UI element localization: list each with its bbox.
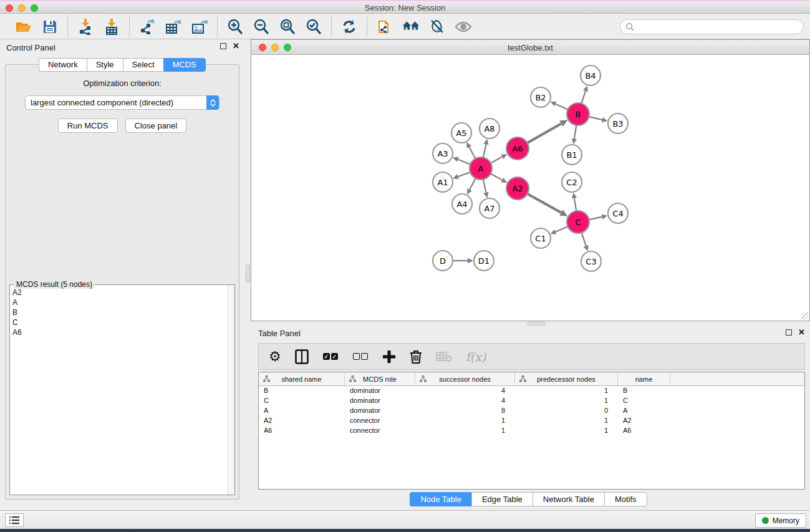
table-cell[interactable]: B bbox=[618, 386, 670, 396]
table-cell[interactable]: dominator bbox=[345, 386, 415, 396]
result-scrollbar[interactable] bbox=[228, 285, 234, 495]
edge-C-C4[interactable] bbox=[589, 217, 602, 220]
edge-A2-C[interactable] bbox=[528, 194, 561, 213]
tab-style[interactable]: Style bbox=[87, 58, 123, 72]
resize-corner-icon[interactable] bbox=[801, 312, 809, 320]
table-cell[interactable]: A2 bbox=[618, 416, 670, 426]
tab-mcds[interactable]: MCDS bbox=[163, 58, 206, 72]
run-mcds-button[interactable]: Run MCDS bbox=[58, 118, 118, 133]
table-cell[interactable]: C bbox=[618, 396, 670, 406]
eye-icon[interactable] bbox=[455, 18, 472, 36]
column-header-shared-name[interactable]: shared name bbox=[259, 372, 345, 385]
save-session-icon[interactable] bbox=[41, 18, 59, 36]
edge-B-B1[interactable] bbox=[574, 125, 576, 139]
tab-motifs[interactable]: Motifs bbox=[604, 492, 647, 506]
table-cell[interactable]: C bbox=[259, 396, 345, 406]
import-network-icon[interactable] bbox=[77, 18, 94, 36]
table-cell[interactable]: 4 bbox=[415, 396, 515, 406]
edge-A-A1[interactable] bbox=[458, 172, 470, 177]
tab-network-table[interactable]: Network Table bbox=[533, 492, 604, 506]
table-float-icon[interactable] bbox=[786, 329, 792, 336]
edge-C-C2[interactable] bbox=[574, 198, 576, 211]
import-table-icon[interactable] bbox=[103, 18, 120, 36]
table-row[interactable]: Cdominator41C bbox=[259, 396, 804, 406]
tab-select[interactable]: Select bbox=[123, 58, 163, 72]
table-cell[interactable]: 1 bbox=[415, 416, 515, 426]
open-session-icon[interactable] bbox=[15, 18, 32, 36]
tab-network[interactable]: Network bbox=[39, 58, 87, 72]
edge-A-A7[interactable] bbox=[483, 180, 486, 193]
edge-A6-B[interactable] bbox=[528, 123, 561, 143]
close-panel-icon[interactable]: ✕ bbox=[233, 43, 239, 49]
result-list-item[interactable]: B bbox=[12, 307, 227, 317]
table-close-icon[interactable]: ✕ bbox=[798, 329, 805, 336]
delete-column-trash-icon[interactable] bbox=[410, 349, 422, 365]
column-header-predecessor-nodes[interactable]: predecessor nodes bbox=[515, 372, 618, 385]
table-cell[interactable]: A6 bbox=[618, 426, 670, 436]
table-cell[interactable]: 1 bbox=[415, 426, 515, 436]
toggle-visual-style-icon[interactable] bbox=[428, 18, 446, 36]
task-history-button[interactable] bbox=[5, 513, 24, 527]
result-list-item[interactable]: C bbox=[12, 317, 227, 327]
table-cell[interactable]: 1 bbox=[515, 426, 618, 436]
table-cell[interactable]: A bbox=[259, 406, 345, 416]
export-table-icon[interactable] bbox=[165, 18, 182, 36]
table-cell[interactable]: A bbox=[618, 406, 670, 416]
table-cell[interactable]: dominator bbox=[345, 406, 415, 416]
edge-A-A2[interactable] bbox=[491, 174, 503, 180]
result-list-item[interactable]: A6 bbox=[12, 327, 227, 337]
home-networks-icon[interactable] bbox=[402, 18, 420, 36]
table-row[interactable]: Adominator80A bbox=[259, 406, 804, 416]
column-header-successor-nodes[interactable]: successor nodes bbox=[415, 372, 515, 385]
table-row[interactable]: Bdominator41B bbox=[259, 386, 804, 396]
refresh-layout-icon[interactable] bbox=[340, 18, 358, 36]
table-cell[interactable]: connector bbox=[345, 426, 415, 436]
edge-A-A3[interactable] bbox=[458, 160, 470, 165]
select-all-icon[interactable]: ✓✓ bbox=[322, 349, 339, 365]
network-window-titlebar[interactable]: testGlobe.txt bbox=[251, 40, 809, 55]
search-input[interactable] bbox=[637, 22, 803, 31]
edge-B-B4[interactable] bbox=[582, 91, 586, 104]
edge-A-A4[interactable] bbox=[470, 178, 476, 190]
result-list-item[interactable]: A bbox=[12, 297, 227, 307]
edge-B-B3[interactable] bbox=[589, 117, 602, 120]
zoom-out-icon[interactable] bbox=[253, 18, 270, 36]
table-cell[interactable]: 0 bbox=[515, 406, 618, 416]
edge-A-A5[interactable] bbox=[469, 147, 475, 158]
edge-A-A6[interactable] bbox=[491, 157, 503, 163]
export-image-icon[interactable] bbox=[191, 18, 208, 36]
memory-button[interactable]: Memory bbox=[755, 513, 806, 528]
zoom-selected-icon[interactable] bbox=[305, 18, 322, 36]
zoom-in-icon[interactable] bbox=[226, 18, 244, 36]
zoom-fit-icon[interactable] bbox=[279, 18, 296, 36]
close-panel-button[interactable]: Close panel bbox=[125, 118, 187, 133]
vertical-splitter-handle[interactable] bbox=[246, 265, 250, 283]
search-field[interactable] bbox=[620, 19, 804, 34]
result-list-item[interactable]: A2 bbox=[12, 288, 227, 297]
edge-A-A8[interactable] bbox=[483, 144, 486, 157]
show-columns-icon[interactable] bbox=[295, 349, 309, 365]
delete-table-icon[interactable] bbox=[436, 349, 452, 365]
table-cell[interactable]: 1 bbox=[515, 416, 618, 426]
mcds-result-list[interactable]: A2ABCA6 bbox=[12, 288, 227, 493]
clone-network-icon[interactable] bbox=[376, 18, 393, 36]
tab-node-table[interactable]: Node Table bbox=[410, 492, 471, 506]
float-panel-icon[interactable] bbox=[220, 43, 226, 49]
edge-B-B2[interactable] bbox=[556, 104, 568, 110]
table-cell[interactable]: connector bbox=[345, 416, 415, 426]
table-cell[interactable]: dominator bbox=[345, 396, 415, 406]
table-cell[interactable]: B bbox=[259, 386, 345, 396]
table-cell[interactable]: 8 bbox=[415, 406, 515, 416]
edge-C-C1[interactable] bbox=[556, 226, 568, 232]
table-cell[interactable]: A2 bbox=[259, 416, 345, 426]
table-row[interactable]: A2connector11A2 bbox=[259, 416, 804, 426]
table-row[interactable]: A6connector11A6 bbox=[259, 426, 804, 436]
network-canvas[interactable]: B4B2BB3A5A8A6A3B1AA1C2A2A4A7C4CC1C3DD1 bbox=[251, 55, 809, 321]
tab-edge-table[interactable]: Edge Table bbox=[471, 492, 533, 506]
function-builder-icon[interactable]: f(x) bbox=[466, 349, 486, 365]
table-cell[interactable]: 1 bbox=[515, 396, 618, 406]
table-cell[interactable]: 1 bbox=[515, 386, 618, 396]
criterion-select[interactable]: largest connected component (directed) bbox=[25, 95, 219, 110]
edge-C-C3[interactable] bbox=[582, 233, 586, 246]
deselect-all-icon[interactable] bbox=[352, 349, 369, 365]
